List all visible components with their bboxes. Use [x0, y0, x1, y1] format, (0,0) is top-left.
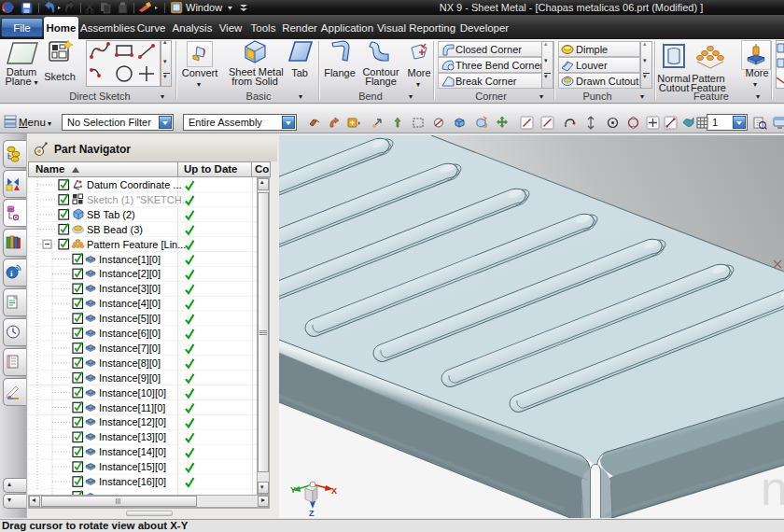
svg-text:Instance[2][0]: Instance[2][0]	[99, 268, 161, 279]
svg-text:Instance[6][0]: Instance[6][0]	[99, 328, 161, 339]
svg-text:Instance[7][0]: Instance[7][0]	[99, 343, 161, 354]
svg-text:Instance[1][0]: Instance[1][0]	[99, 254, 161, 265]
svg-text:Instance[9][0]: Instance[9][0]	[99, 372, 161, 384]
svg-text:Instance[15][0]: Instance[15][0]	[99, 461, 166, 472]
svg-text:Instance[10][0]: Instance[10][0]	[99, 387, 166, 399]
svg-text:Instance[5][0]: Instance[5][0]	[99, 313, 161, 324]
svg-text:Instance[3][0]: Instance[3][0]	[99, 283, 161, 294]
svg-text:SB Bead (3): SB Bead (3)	[87, 224, 143, 235]
svg-text:Z: Z	[309, 509, 315, 518]
svg-text:Instance[14][0]: Instance[14][0]	[99, 446, 166, 457]
svg-text:SB Tab (2): SB Tab (2)	[87, 209, 135, 220]
svg-text:Instance[11][0]: Instance[11][0]	[99, 402, 165, 413]
svg-text:Instance[4][0]: Instance[4][0]	[99, 298, 161, 309]
svg-text:Sketch (1) "SKETCH...: Sketch (1) "SKETCH...	[87, 194, 190, 205]
svg-text:Y: Y	[290, 485, 296, 495]
svg-text:Pattern Feature [Lin...: Pattern Feature [Lin...	[87, 239, 186, 250]
svg-text:Instance[16][0]: Instance[16][0]	[99, 476, 166, 487]
svg-text:Instance[12][0]: Instance[12][0]	[99, 416, 166, 427]
svg-text:Window: Window	[186, 2, 222, 13]
svg-text:X: X	[331, 486, 337, 496]
svg-text:Instance[8][0]: Instance[8][0]	[99, 357, 161, 369]
svg-text:Datum Coordinate ...: Datum Coordinate ...	[87, 179, 182, 190]
svg-text:Instance[13][0]: Instance[13][0]	[99, 431, 166, 442]
